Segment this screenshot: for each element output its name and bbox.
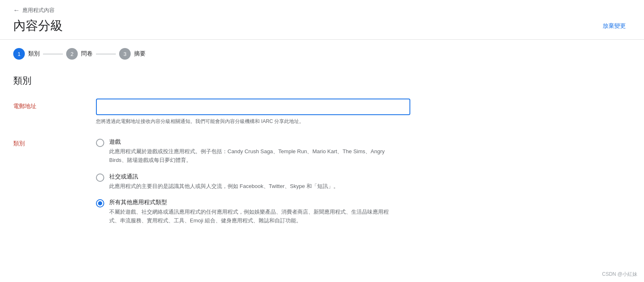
step-2-number: 2: [70, 51, 73, 57]
option-social-title: 社交或通訊: [109, 173, 339, 181]
main-content: 類別 電郵地址 您將透過此電郵地址接收內容分級相關通知。我們可能會與內容分級機構…: [0, 68, 644, 239]
page-title: 內容分級: [13, 17, 63, 34]
page-wrapper: ← 應用程式內容 內容分級 放棄變更 1 類別 2 問卷 3 摘要: [0, 0, 644, 282]
step-3-number: 3: [123, 51, 126, 57]
watermark: CSDN @小紅妹: [602, 271, 637, 278]
category-label: 類別: [13, 138, 96, 147]
option-social-desc: 此應用程式的主要目的是認識其他人或與人交流，例如 Facebook、Twitte…: [109, 182, 339, 191]
header: ← 應用程式內容 內容分級 放棄變更: [0, 0, 644, 40]
step-2-circle: 2: [66, 48, 78, 60]
radio-games[interactable]: [96, 139, 104, 147]
option-games-title: 遊戲: [109, 138, 399, 146]
step-1-label: 類別: [28, 50, 40, 58]
email-label: 電郵地址: [13, 99, 96, 110]
step-3: 3 摘要: [119, 48, 146, 60]
step-3-circle: 3: [119, 48, 131, 60]
option-games[interactable]: 遊戲 此應用程式屬於遊戲或投注應用程式。例子包括：Candy Crush Sag…: [96, 138, 399, 165]
back-nav-label: 應用程式內容: [22, 7, 55, 14]
option-other-content: 所有其他應用程式類型 不屬於遊戲、社交網絡或通訊應用程式的任何應用程式，例如娛樂…: [109, 199, 399, 225]
option-social[interactable]: 社交或通訊 此應用程式的主要目的是認識其他人或與人交流，例如 Facebook、…: [96, 173, 399, 191]
discard-button[interactable]: 放棄變更: [598, 19, 631, 33]
option-games-desc: 此應用程式屬於遊戲或投注應用程式。例子包括：Candy Crush Saga、T…: [109, 147, 399, 165]
back-navigation[interactable]: ← 應用程式內容: [13, 7, 631, 14]
step-divider-2: [96, 54, 116, 54]
steps-container: 1 類別 2 問卷 3 摘要: [0, 40, 644, 68]
email-form-field: 您將透過此電郵地址接收內容分級相關通知。我們可能會與內容分級機構和 IARC 分…: [96, 99, 410, 125]
step-1-number: 1: [17, 51, 20, 57]
radio-social[interactable]: [96, 174, 104, 182]
back-arrow-icon: ←: [13, 7, 20, 14]
option-other-desc: 不屬於遊戲、社交網絡或通訊應用程式的任何應用程式，例如娛樂產品、消費者商店、新聞…: [109, 208, 399, 225]
category-form-row: 類別 遊戲 此應用程式屬於遊戲或投注應用程式。例子包括：Candy Crush …: [13, 138, 631, 225]
option-other[interactable]: 所有其他應用程式類型 不屬於遊戲、社交網絡或通訊應用程式的任何應用程式，例如娛樂…: [96, 199, 399, 225]
options-list: 遊戲 此應用程式屬於遊戲或投注應用程式。例子包括：Candy Crush Sag…: [96, 138, 399, 225]
radio-other[interactable]: [96, 199, 104, 207]
step-2: 2 問卷: [66, 48, 93, 60]
email-form-row: 電郵地址 您將透過此電郵地址接收內容分級相關通知。我們可能會與內容分級機構和 I…: [13, 99, 631, 125]
step-2-label: 問卷: [81, 50, 93, 58]
header-row: 內容分級 放棄變更: [13, 17, 631, 34]
option-games-content: 遊戲 此應用程式屬於遊戲或投注應用程式。例子包括：Candy Crush Sag…: [109, 138, 399, 165]
step-divider-1: [43, 54, 63, 54]
email-input[interactable]: [96, 99, 410, 115]
step-3-label: 摘要: [134, 50, 146, 58]
option-social-content: 社交或通訊 此應用程式的主要目的是認識其他人或與人交流，例如 Facebook、…: [109, 173, 339, 191]
step-1: 1 類別: [13, 48, 40, 60]
section-title: 類別: [13, 75, 631, 87]
option-other-title: 所有其他應用程式類型: [109, 199, 399, 206]
step-1-circle: 1: [13, 48, 25, 60]
email-hint: 您將透過此電郵地址接收內容分級相關通知。我們可能會與內容分級機構和 IARC 分…: [96, 118, 410, 125]
